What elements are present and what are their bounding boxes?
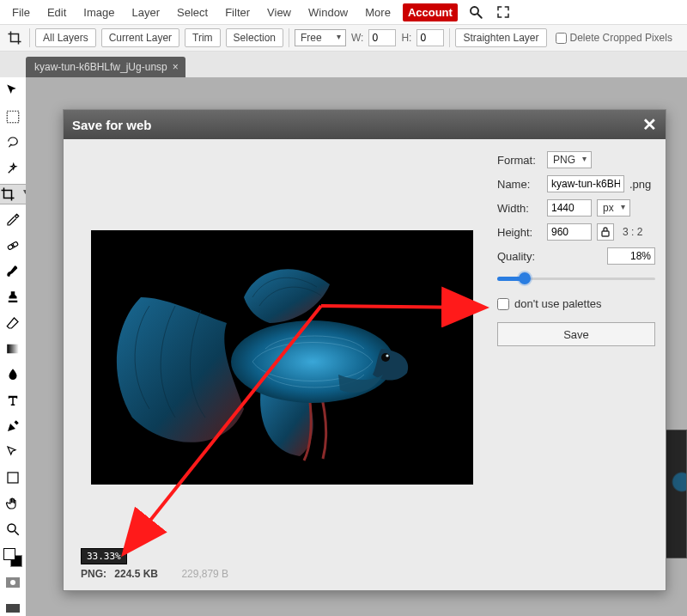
- doc-tab[interactable]: kyaw-tun-k6BHLfw_jUg-unsp ×: [26, 57, 185, 77]
- lock-ratio-icon[interactable]: [597, 223, 614, 241]
- svg-point-9: [10, 580, 15, 585]
- height-input[interactable]: [547, 223, 592, 241]
- doc-tab-bar: kyaw-tun-k6BHLfw_jUg-unsp ×: [0, 52, 687, 77]
- height-label: Height:: [497, 226, 542, 239]
- screenmode-icon[interactable]: [3, 598, 23, 616]
- opt-delete-cropped-label: Delete Cropped Pixels: [570, 32, 672, 44]
- shape-tool-icon[interactable]: [3, 467, 23, 488]
- search-icon[interactable]: [466, 3, 485, 21]
- image-preview[interactable]: [91, 230, 473, 485]
- palettes-row[interactable]: don't use palettes: [497, 297, 655, 310]
- opt-ratio-select[interactable]: Free: [295, 29, 346, 46]
- dialog-footer: 33.33% PNG: 224.5 KB 229,879 B: [74, 548, 492, 580]
- move-tool-icon[interactable]: [3, 81, 23, 101]
- zoom-badge[interactable]: 33.33%: [81, 548, 127, 564]
- opt-straighten[interactable]: Straighten Layer: [455, 28, 546, 47]
- fullscreen-icon[interactable]: [494, 3, 513, 21]
- menu-filter[interactable]: Filter: [218, 3, 257, 22]
- wand-tool-icon[interactable]: [3, 158, 23, 179]
- dialog-title: Save for web: [72, 118, 152, 132]
- opt-w-input[interactable]: [368, 29, 396, 46]
- footer-filesize: 224.5 KB: [114, 568, 158, 580]
- svg-rect-2: [7, 111, 19, 123]
- opt-delete-cropped[interactable]: Delete Cropped Pixels: [556, 32, 672, 44]
- path-select-tool-icon[interactable]: [3, 442, 23, 462]
- stamp-tool-icon[interactable]: [3, 287, 23, 308]
- svg-rect-5: [8, 473, 18, 483]
- save-button[interactable]: Save: [497, 322, 655, 346]
- opt-h-input[interactable]: [416, 29, 444, 46]
- footer-format: PNG:: [81, 568, 106, 580]
- fg-color-swatch[interactable]: [3, 548, 15, 560]
- crop-icon[interactable]: [5, 28, 24, 47]
- quality-slider[interactable]: [497, 271, 655, 285]
- width-unit-select[interactable]: px: [597, 199, 630, 217]
- svg-point-14: [386, 354, 388, 357]
- menu-more[interactable]: More: [358, 3, 398, 22]
- blur-tool-icon[interactable]: [3, 364, 23, 385]
- color-swatches[interactable]: [3, 548, 22, 567]
- dialog-controls: Format: PNG Name: .png Width: px Height:…: [492, 151, 655, 580]
- aspect-ratio: 3 : 2: [623, 226, 642, 238]
- opt-delete-cropped-checkbox[interactable]: [556, 33, 567, 44]
- eyedropper-tool-icon[interactable]: [3, 210, 23, 230]
- menu-image[interactable]: Image: [76, 3, 121, 22]
- palettes-label: don't use palettes: [514, 297, 602, 310]
- quality-label: Quality:: [497, 250, 602, 263]
- pen-tool-icon[interactable]: [3, 416, 23, 436]
- menu-view[interactable]: View: [260, 3, 298, 22]
- doc-tab-title: kyaw-tun-k6BHLfw_jUg-unsp: [34, 61, 167, 73]
- zoom-tool-icon[interactable]: [3, 519, 23, 540]
- svg-point-6: [8, 524, 15, 532]
- gradient-tool-icon[interactable]: [3, 338, 23, 359]
- slider-thumb[interactable]: [519, 272, 531, 284]
- marquee-tool-icon[interactable]: [3, 107, 23, 127]
- opt-w-label: W:: [351, 32, 363, 44]
- brush-tool-icon[interactable]: [3, 261, 23, 282]
- svg-rect-10: [6, 604, 20, 613]
- menu-file[interactable]: File: [5, 3, 37, 22]
- svg-rect-17: [602, 231, 609, 236]
- svg-rect-4: [7, 345, 19, 354]
- menu-account[interactable]: Account: [403, 3, 458, 21]
- svg-point-13: [381, 353, 390, 362]
- menu-edit[interactable]: Edit: [40, 3, 73, 22]
- opt-current-layer[interactable]: Current Layer: [101, 28, 179, 47]
- palettes-checkbox[interactable]: [497, 298, 509, 310]
- format-select[interactable]: PNG: [547, 151, 592, 168]
- heal-tool-icon[interactable]: [3, 235, 23, 256]
- format-label: Format:: [497, 154, 542, 167]
- dialog-titlebar[interactable]: Save for web ✕: [64, 110, 666, 139]
- eraser-tool-icon[interactable]: [3, 313, 23, 333]
- canvas-image-peek: [666, 430, 687, 558]
- separator: [289, 28, 289, 47]
- width-input[interactable]: [547, 199, 592, 217]
- quality-input[interactable]: [607, 247, 655, 265]
- menu-layer[interactable]: Layer: [125, 3, 167, 22]
- name-ext: .png: [629, 178, 651, 191]
- hand-tool-icon[interactable]: [3, 493, 23, 514]
- footer-bytes: 229,879 B: [181, 568, 228, 580]
- separator: [449, 28, 450, 47]
- quickmask-icon[interactable]: [3, 572, 23, 593]
- separator: [29, 28, 30, 47]
- options-bar: All Layers Current Layer Trim Selection …: [0, 24, 687, 52]
- name-label: Name:: [497, 178, 542, 191]
- close-icon[interactable]: ×: [173, 61, 179, 73]
- opt-all-layers[interactable]: All Layers: [35, 28, 96, 47]
- menu-select[interactable]: Select: [170, 3, 215, 22]
- save-for-web-dialog: Save for web ✕: [63, 109, 666, 591]
- opt-selection[interactable]: Selection: [226, 28, 283, 47]
- opt-h-label: H:: [401, 32, 411, 44]
- svg-line-1: [477, 14, 482, 18]
- type-tool-icon[interactable]: [3, 390, 23, 411]
- close-icon[interactable]: ✕: [642, 116, 657, 133]
- menu-window[interactable]: Window: [301, 3, 355, 22]
- name-input[interactable]: [547, 175, 624, 192]
- opt-trim[interactable]: Trim: [185, 28, 221, 47]
- svg-line-7: [15, 531, 19, 535]
- svg-point-12: [231, 320, 394, 403]
- tool-column: [0, 77, 26, 616]
- menu-bar: File Edit Image Layer Select Filter View…: [0, 0, 687, 24]
- lasso-tool-icon[interactable]: [3, 132, 23, 153]
